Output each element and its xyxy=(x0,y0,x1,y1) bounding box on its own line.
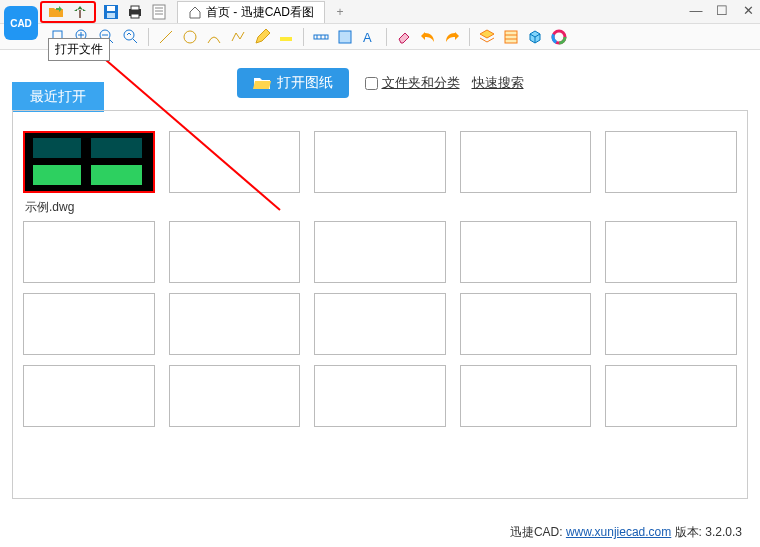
footer-url[interactable]: www.xunjiecad.com xyxy=(566,525,671,539)
svg-rect-31 xyxy=(505,31,517,43)
quick-search-link[interactable]: 快速搜索 xyxy=(472,74,524,92)
highlight-tool-icon[interactable] xyxy=(275,26,297,48)
footer-version-label: 版本: xyxy=(671,525,705,539)
open-drawing-label: 打开图纸 xyxy=(277,74,333,92)
svg-rect-7 xyxy=(153,5,165,19)
svg-point-23 xyxy=(184,31,196,43)
save-icon[interactable] xyxy=(100,1,122,23)
eraser-icon[interactable] xyxy=(393,26,415,48)
svg-rect-0 xyxy=(79,10,81,18)
svg-rect-2 xyxy=(107,6,115,11)
close-button[interactable]: ✕ xyxy=(740,2,756,18)
open-file-highlight xyxy=(40,1,96,23)
open-file-tooltip: 打开文件 xyxy=(48,38,110,61)
open-drawing-button[interactable]: 打开图纸 xyxy=(237,68,349,98)
color-wheel-icon[interactable] xyxy=(548,26,570,48)
recent-file-name: 示例.dwg xyxy=(25,199,74,216)
empty-slot xyxy=(23,365,155,427)
empty-slot xyxy=(605,293,737,355)
layer-manager-icon[interactable] xyxy=(500,26,522,48)
palm-icon[interactable] xyxy=(69,1,91,23)
empty-slot xyxy=(169,365,301,427)
svg-rect-5 xyxy=(131,6,139,10)
tab-add-button[interactable]: + xyxy=(329,2,351,22)
empty-slot xyxy=(314,221,446,283)
svg-rect-24 xyxy=(280,37,292,41)
area-icon[interactable] xyxy=(334,26,356,48)
recent-file-thumb[interactable]: 示例.dwg xyxy=(23,131,155,193)
footer-version: 3.2.0.3 xyxy=(705,525,742,539)
empty-slot xyxy=(460,131,592,193)
empty-slot xyxy=(23,293,155,355)
empty-slot xyxy=(460,365,592,427)
measure-icon[interactable] xyxy=(310,26,332,48)
layers-icon[interactable] xyxy=(476,26,498,48)
pencil-tool-icon[interactable] xyxy=(251,26,273,48)
svg-text:A: A xyxy=(363,30,372,45)
polyline-tool-icon[interactable] xyxy=(227,26,249,48)
svg-line-21 xyxy=(133,39,137,43)
empty-slot xyxy=(605,365,737,427)
arc-tool-icon[interactable] xyxy=(203,26,225,48)
folder-open-icon xyxy=(253,75,271,91)
empty-slot xyxy=(169,131,301,193)
footer-prefix: 迅捷CAD: xyxy=(510,525,566,539)
text-icon[interactable]: A xyxy=(358,26,380,48)
document-icon[interactable] xyxy=(148,1,170,23)
open-file-icon[interactable] xyxy=(45,1,67,23)
line-tool-icon[interactable] xyxy=(155,26,177,48)
empty-slot xyxy=(314,293,446,355)
empty-slot xyxy=(169,293,301,355)
empty-slot xyxy=(460,293,592,355)
folder-category-checkbox[interactable] xyxy=(365,77,378,90)
svg-rect-6 xyxy=(131,14,139,18)
svg-point-20 xyxy=(124,30,134,40)
svg-rect-3 xyxy=(107,13,115,18)
recent-files-panel: 示例.dwg xyxy=(12,110,748,499)
minimize-button[interactable]: — xyxy=(688,2,704,18)
tab-title: 首页 - 迅捷CAD看图 xyxy=(206,4,314,21)
3d-icon[interactable] xyxy=(524,26,546,48)
zoom-extents-icon[interactable] xyxy=(120,26,142,48)
empty-slot xyxy=(460,221,592,283)
empty-slot xyxy=(314,365,446,427)
empty-slot xyxy=(605,221,737,283)
empty-slot xyxy=(605,131,737,193)
svg-line-22 xyxy=(160,31,172,43)
redo-icon[interactable] xyxy=(441,26,463,48)
empty-slot xyxy=(23,221,155,283)
svg-rect-29 xyxy=(339,31,351,43)
maximize-button[interactable]: ☐ xyxy=(714,2,730,18)
print-icon[interactable] xyxy=(124,1,146,23)
recent-header: 最近打开 xyxy=(12,82,104,112)
undo-icon[interactable] xyxy=(417,26,439,48)
footer: 迅捷CAD: www.xunjiecad.com 版本: 3.2.0.3 xyxy=(510,524,742,541)
circle-tool-icon[interactable] xyxy=(179,26,201,48)
app-icon: CAD xyxy=(4,6,38,40)
tab-home[interactable]: 首页 - 迅捷CAD看图 xyxy=(177,1,325,23)
empty-slot xyxy=(314,131,446,193)
folder-category-link[interactable]: 文件夹和分类 xyxy=(382,74,460,92)
empty-slot xyxy=(169,221,301,283)
